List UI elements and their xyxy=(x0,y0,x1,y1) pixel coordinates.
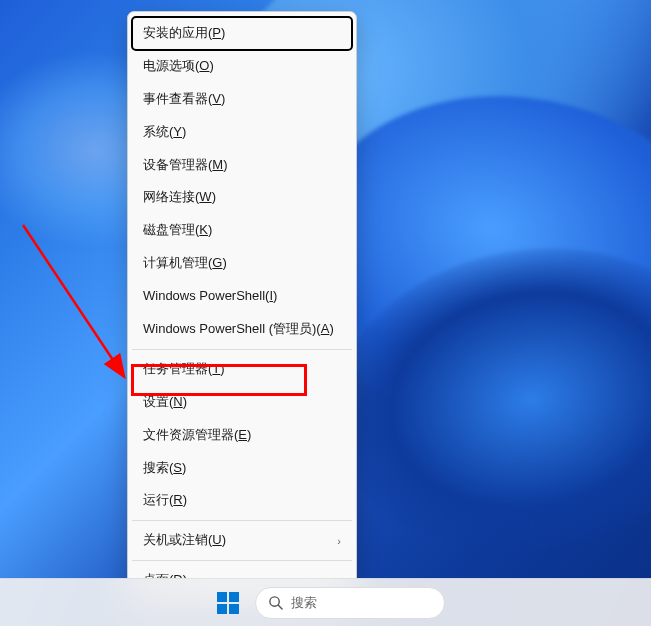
menu-item-label: Windows PowerShell(I) xyxy=(143,288,277,305)
menu-item-1[interactable]: 电源选项(O) xyxy=(132,50,352,83)
menu-divider xyxy=(132,520,352,521)
menu-item-8[interactable]: Windows PowerShell(I) xyxy=(132,280,352,313)
menu-item-14[interactable]: 运行(R) xyxy=(132,484,352,517)
menu-item-3[interactable]: 系统(Y) xyxy=(132,116,352,149)
menu-item-7[interactable]: 计算机管理(G) xyxy=(132,247,352,280)
menu-item-label: 安装的应用(P) xyxy=(143,25,225,42)
menu-item-6[interactable]: 磁盘管理(K) xyxy=(132,214,352,247)
menu-item-label: 系统(Y) xyxy=(143,124,186,141)
menu-item-label: 设备管理器(M) xyxy=(143,157,228,174)
menu-item-12[interactable]: 文件资源管理器(E) xyxy=(132,419,352,452)
menu-item-15[interactable]: 关机或注销(U)› xyxy=(132,524,352,557)
taskbar: 搜索 xyxy=(0,578,651,626)
menu-item-11[interactable]: 设置(N) xyxy=(132,386,352,419)
menu-item-label: 任务管理器(T) xyxy=(143,361,225,378)
menu-item-label: Windows PowerShell (管理员)(A) xyxy=(143,321,334,338)
windows-logo-icon xyxy=(217,592,239,614)
start-button[interactable] xyxy=(207,582,249,624)
search-icon xyxy=(268,595,283,610)
menu-item-label: 计算机管理(G) xyxy=(143,255,227,272)
menu-item-label: 设置(N) xyxy=(143,394,187,411)
menu-item-label: 文件资源管理器(E) xyxy=(143,427,251,444)
menu-item-9[interactable]: Windows PowerShell (管理员)(A) xyxy=(132,313,352,346)
chevron-right-icon: › xyxy=(337,534,341,548)
menu-item-0[interactable]: 安装的应用(P) xyxy=(131,16,353,51)
taskbar-search-box[interactable]: 搜索 xyxy=(255,587,445,619)
menu-divider xyxy=(132,560,352,561)
menu-item-label: 搜索(S) xyxy=(143,460,186,477)
menu-item-10[interactable]: 任务管理器(T) xyxy=(132,353,352,386)
menu-divider xyxy=(132,349,352,350)
menu-item-13[interactable]: 搜索(S) xyxy=(132,452,352,485)
svg-line-3 xyxy=(278,605,282,609)
menu-item-2[interactable]: 事件查看器(V) xyxy=(132,83,352,116)
menu-item-label: 运行(R) xyxy=(143,492,187,509)
search-placeholder: 搜索 xyxy=(291,594,317,612)
winx-context-menu: 安装的应用(P)电源选项(O)事件查看器(V)系统(Y)设备管理器(M)网络连接… xyxy=(127,11,357,603)
menu-item-label: 电源选项(O) xyxy=(143,58,214,75)
menu-item-label: 事件查看器(V) xyxy=(143,91,225,108)
menu-item-label: 磁盘管理(K) xyxy=(143,222,212,239)
menu-item-label: 网络连接(W) xyxy=(143,189,216,206)
menu-item-4[interactable]: 设备管理器(M) xyxy=(132,149,352,182)
menu-item-5[interactable]: 网络连接(W) xyxy=(132,181,352,214)
menu-item-label: 关机或注销(U) xyxy=(143,532,226,549)
